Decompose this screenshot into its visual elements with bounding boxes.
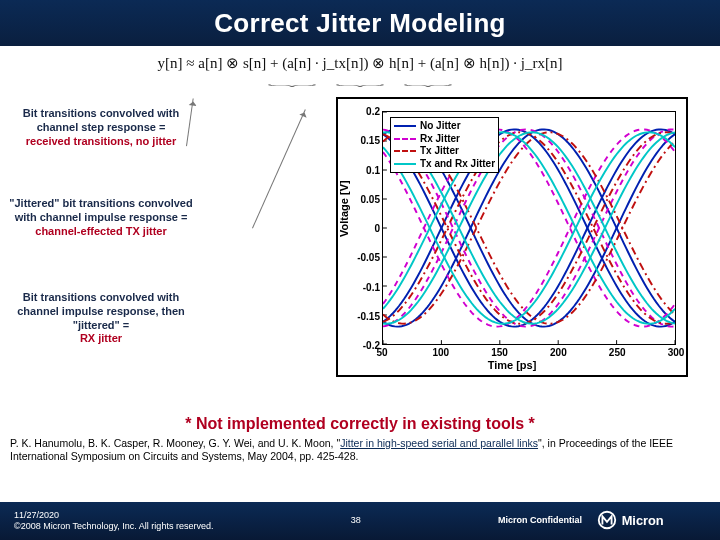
micron-logo-icon: Micron — [596, 509, 706, 531]
annotation-text: "Jittered" bit transitions convolved wit… — [9, 197, 192, 223]
annotation-text: Bit transitions convolved with channel s… — [23, 107, 179, 133]
annotation-emphasis: RX jitter — [80, 332, 122, 344]
footer-date: 11/27/2020 — [14, 510, 213, 521]
footer-copyright: ©2008 Micron Technology, Inc. All rights… — [14, 521, 213, 532]
equation-braces: ⏟⏟⏟ — [0, 70, 720, 93]
footer-bar: 11/27/2020 ©2008 Micron Technology, Inc.… — [0, 502, 720, 540]
legend-item: No Jitter — [394, 120, 495, 133]
x-ticks: 50100150200250300 — [382, 347, 676, 359]
svg-text:Micron: Micron — [622, 513, 664, 528]
annotation-no-jitter: Bit transitions convolved with channel s… — [6, 107, 196, 148]
x-axis-label: Time [ps] — [338, 359, 686, 371]
annotation-rx-jitter: Bit transitions convolved with channel i… — [6, 291, 196, 346]
svg-point-0 — [599, 512, 616, 529]
annotation-emphasis: channel-effected TX jitter — [35, 225, 166, 237]
legend-item: Rx Jitter — [394, 133, 495, 146]
legend: No JitterRx JitterTx JitterTx and Rx Jit… — [390, 117, 499, 173]
footer-confidential: Micron Confidential — [484, 515, 596, 526]
brand-logo: Micron — [596, 509, 706, 533]
y-axis-label: Voltage [V] — [338, 180, 350, 237]
eye-diagram-plot: Voltage [V] Time [ps] No JitterRx Jitter… — [336, 97, 688, 377]
content-region: Bit transitions convolved with channel s… — [0, 93, 720, 413]
annotation-emphasis: received transitions, no jitter — [26, 135, 176, 147]
reference-citation: P. K. Hanumolu, B. K. Casper, R. Mooney,… — [0, 437, 720, 463]
annotation-text: Bit transitions convolved with channel i… — [17, 291, 185, 331]
arrow-to-term2 — [252, 109, 307, 229]
disclaimer: * Not implemented correctly in existing … — [0, 415, 720, 433]
legend-item: Tx and Rx Jitter — [394, 158, 495, 171]
annotation-tx-jitter: "Jittered" bit transitions convolved wit… — [6, 197, 196, 238]
title-bar: Correct Jitter Modeling — [0, 0, 720, 46]
footer-page-number: 38 — [227, 515, 484, 526]
page-title: Correct Jitter Modeling — [214, 8, 506, 39]
reference-link[interactable]: Jitter in high-speed serial and parallel… — [340, 437, 538, 449]
y-ticks: -0.2-0.15-0.1-0.0500.050.10.150.2 — [354, 111, 380, 345]
footer-left: 11/27/2020 ©2008 Micron Technology, Inc.… — [0, 510, 227, 533]
legend-item: Tx Jitter — [394, 145, 495, 158]
reference-pre: P. K. Hanumolu, B. K. Casper, R. Mooney,… — [10, 437, 340, 449]
